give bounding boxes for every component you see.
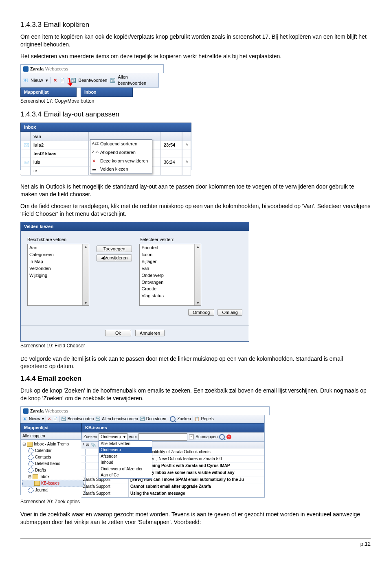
- scroll-up-icon[interactable]: ▲: [84, 244, 88, 249]
- copy-move-icon[interactable]: 📄: [53, 416, 57, 422]
- tree-item[interactable]: Journal: [35, 487, 48, 493]
- screenshot-19: Velden kiezen Beschikbare velden: Aan Ca…: [20, 222, 249, 342]
- selected-fields-label: Selecteer velden:: [139, 237, 201, 243]
- reply-icon[interactable]: ↩️: [61, 416, 66, 422]
- list-item[interactable]: Vlag status: [140, 292, 201, 299]
- flag-icon[interactable]: ⚑: [185, 142, 189, 148]
- ctx-sort-asc[interactable]: A↓Z Oplopend sorteren: [90, 140, 152, 148]
- allen-button[interactable]: Allen beantwoorden: [118, 74, 157, 86]
- search-value-input[interactable]: [138, 433, 187, 441]
- list-item[interactable]: Wijziging: [28, 272, 89, 279]
- regels-button[interactable]: Regels: [201, 416, 214, 422]
- list-item[interactable]: Grootte: [140, 285, 201, 292]
- list-item[interactable]: Verzonden: [28, 265, 89, 272]
- tree-header: Alle mappen: [20, 432, 81, 440]
- beantwoorden-button[interactable]: Beantwoorden: [79, 77, 108, 83]
- nieuw-button[interactable]: Nieuw: [31, 77, 43, 83]
- table-row[interactable]: Zarafa Support: [81, 483, 128, 490]
- reply-all-icon[interactable]: ↩️: [95, 416, 100, 422]
- caption-ss20: Screenshot 20: Zoek opties: [20, 498, 371, 505]
- reply-all-icon[interactable]: ↩️: [110, 77, 116, 83]
- dropdown-item[interactable]: Afzender: [99, 453, 152, 460]
- new-mail-icon[interactable]: 📧: [22, 77, 28, 83]
- ctx-sort-desc[interactable]: Z↓A Aflopend sorteren: [90, 148, 152, 157]
- list-item[interactable]: Aan: [28, 244, 89, 251]
- search-clear-icon[interactable]: ⦸: [226, 434, 231, 439]
- flag-icon[interactable]: ⚑: [185, 159, 189, 165]
- brand-name: Zarafa: [30, 408, 44, 414]
- allen-button[interactable]: Allen beantwoorden: [102, 416, 138, 422]
- list-item[interactable]: Van: [140, 265, 201, 272]
- dropdown-item[interactable]: Alle tekst velden: [99, 441, 152, 447]
- dropdown-item[interactable]: Inhoud: [99, 459, 152, 466]
- search-field-dropdown[interactable]: Onderwerp▾ Alle tekst velden Onderwerp A…: [99, 433, 127, 441]
- column-header-van[interactable]: Van: [31, 132, 88, 141]
- tab-inbox[interactable]: Inbox: [20, 123, 191, 132]
- list-item[interactable]: Prioriteit: [140, 244, 201, 251]
- scroll-down-icon[interactable]: ▼: [196, 301, 200, 305]
- move-down-button[interactable]: Omlaag: [217, 309, 242, 316]
- rules-icon[interactable]: 📋: [195, 416, 200, 422]
- folder-tree[interactable]: ⊟Inbox - Alain Tromp Calendar Contacts D…: [20, 440, 86, 495]
- list-item[interactable]: Bijlagen: [140, 258, 201, 265]
- new-mail-icon[interactable]: 📧: [22, 416, 27, 422]
- tree-item[interactable]: Deleted Items: [35, 461, 60, 467]
- list-item[interactable]: Ontvangen: [140, 279, 201, 286]
- tree-item[interactable]: Drafts: [35, 467, 46, 473]
- tree-item[interactable]: Calendar: [35, 448, 52, 454]
- tree-root[interactable]: Inbox - Alain Tromp: [34, 441, 69, 447]
- beantwoorden-button[interactable]: Beantwoorden: [68, 416, 94, 422]
- search-icon[interactable]: [170, 416, 176, 422]
- remove-column-icon: ✕: [92, 158, 98, 164]
- available-fields-listbox[interactable]: Aan Categorieën In Map Verzonden Wijzigi…: [27, 244, 89, 306]
- tab-mappenlijst[interactable]: Mappenlijst: [20, 423, 81, 432]
- tree-item[interactable]: Contacts: [35, 454, 51, 460]
- tab-inbox[interactable]: Inbox: [81, 88, 133, 97]
- tab-kb-issues[interactable]: KB-issues: [81, 423, 264, 432]
- ctx-field-chooser[interactable]: ☰ Velden kiezen: [90, 165, 152, 173]
- table-row[interactable]: Cannot submit email after upgrade Zarafa: [129, 483, 264, 490]
- deleted-icon: [28, 461, 34, 467]
- scroll-down-icon[interactable]: ▼: [84, 301, 88, 305]
- list-item[interactable]: Onderwerp: [140, 272, 201, 279]
- list-item[interactable]: In Map: [28, 258, 89, 265]
- mail-open-icon: 📨: [24, 159, 29, 165]
- sender-name: test2 klaas: [33, 151, 56, 157]
- selected-fields-listbox[interactable]: Prioriteit Icoon Bijlagen Van Onderwerp …: [139, 244, 201, 306]
- tree-item-selected[interactable]: KB-issues: [41, 480, 59, 486]
- dropdown-arrow-icon[interactable]: ▾: [46, 77, 48, 83]
- folder-icon: [34, 481, 40, 486]
- add-button[interactable]: Toevoegen: [97, 246, 132, 252]
- ctx-remove-column[interactable]: ✕ Deze kolom verwijderen: [90, 157, 152, 165]
- scroll-up-icon[interactable]: ▲: [196, 244, 200, 249]
- submappen-checkbox[interactable]: ✓: [189, 434, 194, 439]
- tree-item[interactable]: Inbox: [40, 474, 49, 480]
- scrollbar[interactable]: ▲▼: [194, 244, 201, 305]
- table-row[interactable]: Using the vacation message: [129, 490, 264, 497]
- remove-button[interactable]: ◀Verwijderen: [97, 255, 132, 261]
- scrollbar[interactable]: ▲▼: [82, 244, 89, 305]
- table-row[interactable]: Zarafa Support: [81, 490, 128, 497]
- nieuw-button[interactable]: Nieuw: [29, 416, 40, 422]
- dropdown-arrow-icon[interactable]: ▾: [42, 416, 44, 422]
- move-up-button[interactable]: Omhoog: [188, 309, 214, 316]
- forward-icon[interactable]: ↪️: [140, 416, 145, 422]
- chevron-down-icon: ▾: [123, 434, 125, 440]
- time-value: 23:54: [164, 142, 175, 148]
- list-item[interactable]: Categorieën: [28, 251, 89, 258]
- dropdown-item[interactable]: Onderwerp: [99, 447, 152, 453]
- cancel-button[interactable]: Annuleren: [135, 330, 165, 336]
- calendar-icon: [28, 448, 34, 454]
- submappen-label: Submappen: [196, 434, 217, 440]
- list-item[interactable]: Icoon: [140, 251, 201, 258]
- delete-icon[interactable]: ✕: [48, 416, 51, 422]
- zoeken-button[interactable]: Zoeken: [177, 416, 191, 422]
- para: Het selecteren van meerdere items om dez…: [20, 53, 371, 60]
- search-go-icon[interactable]: [219, 434, 225, 440]
- dropdown-item[interactable]: Onderwerp of Afzender: [99, 466, 152, 472]
- dropdown-item[interactable]: Aan of Cc: [99, 472, 152, 478]
- brand-sub: Webaccess: [45, 66, 68, 72]
- ok-button[interactable]: Ok: [105, 330, 131, 336]
- doorsturen-button[interactable]: Doorsturen: [146, 416, 166, 422]
- delete-icon[interactable]: ✕: [53, 77, 57, 83]
